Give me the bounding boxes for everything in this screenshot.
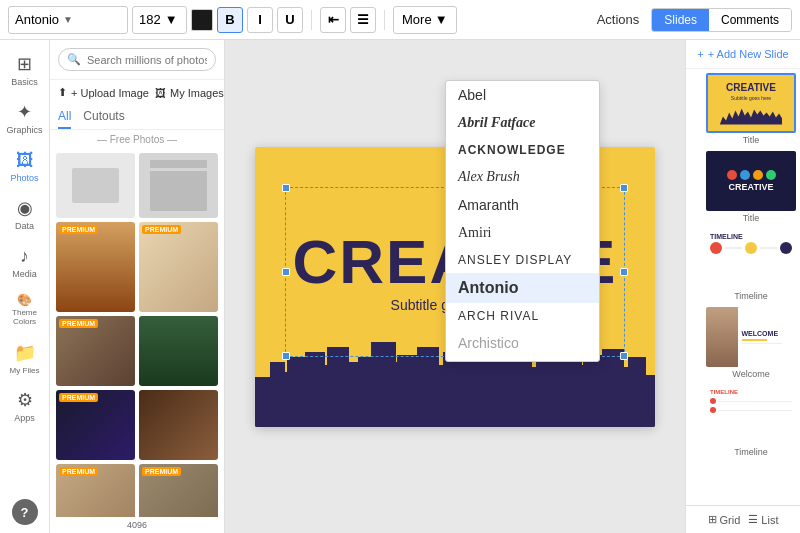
- font-selector[interactable]: Antonio ▼: [8, 6, 128, 34]
- slide-thumb-4[interactable]: WELCOME: [706, 307, 796, 367]
- main-layout: ⊞ Basics ✦ Graphics 🖼 Photos ◉ Data ♪ Me…: [0, 40, 800, 533]
- font-option-alexbrush[interactable]: Alex Brush: [446, 163, 599, 191]
- grid-label: Grid: [720, 514, 741, 526]
- slide-label-5: Timeline: [706, 447, 796, 457]
- photo-item[interactable]: [139, 390, 218, 460]
- align-list-button[interactable]: ☰: [350, 7, 376, 33]
- basics-icon: ⊞: [17, 53, 32, 75]
- help-button[interactable]: ?: [12, 499, 38, 525]
- font-option-antonio[interactable]: Antonio: [446, 273, 599, 303]
- slide-label-3: Timeline: [706, 291, 796, 301]
- font-option-amaranth[interactable]: Amaranth: [446, 191, 599, 219]
- list-view-button[interactable]: ☰ List: [748, 513, 778, 526]
- slide-2-creative: CREATIVE: [729, 182, 774, 192]
- photo-item[interactable]: PREMIUM: [56, 222, 135, 312]
- tab-cutouts[interactable]: Cutouts: [83, 105, 124, 129]
- handle-mid-right[interactable]: [620, 268, 628, 276]
- font-option-arial[interactable]: Arial: [446, 357, 599, 361]
- svg-rect-36: [255, 415, 655, 427]
- search-box[interactable]: 🔍: [58, 48, 216, 71]
- slide-item-3[interactable]: TIMELINE Timeline: [706, 229, 796, 301]
- photos-actions: ⬆ + Upload Image 🖼 My Images: [50, 80, 224, 105]
- font-option-acknowledge[interactable]: ACKNOWLEDGE: [446, 137, 599, 163]
- sidebar-item-basics[interactable]: ⊞ Basics: [3, 48, 47, 92]
- more-label: More: [402, 12, 432, 27]
- photo-item[interactable]: [139, 153, 218, 218]
- myimages-label: My Images: [170, 87, 224, 99]
- font-option-ansley[interactable]: ANSLEY DISPLAY: [446, 247, 599, 273]
- premium-badge: PREMIUM: [142, 225, 181, 234]
- premium-badge: PREMIUM: [142, 467, 181, 476]
- icon-sidebar: ⊞ Basics ✦ Graphics 🖼 Photos ◉ Data ♪ Me…: [0, 40, 50, 533]
- sidebar-item-apps[interactable]: ⚙ Apps: [3, 384, 47, 428]
- slide-thumb-1[interactable]: CREATIVE Subtitle goes here: [706, 73, 796, 133]
- font-option-amiri[interactable]: Amiri: [446, 219, 599, 247]
- slide-thumb-3[interactable]: TIMELINE: [706, 229, 796, 289]
- sidebar-item-media[interactable]: ♪ Media: [3, 240, 47, 284]
- slide-item-5-wrapper: 5 TIMELINE Timeline: [690, 385, 796, 457]
- search-input[interactable]: [87, 54, 207, 66]
- photo-item[interactable]: [56, 153, 135, 218]
- tab-all[interactable]: All: [58, 105, 71, 129]
- handle-bot-left[interactable]: [282, 352, 290, 360]
- font-option-arch[interactable]: ARCH RIVAL: [446, 303, 599, 329]
- slide-thumb-2[interactable]: CREATIVE: [706, 151, 796, 211]
- slide-1-city: [720, 105, 782, 125]
- list-label: List: [761, 514, 778, 526]
- sidebar-item-graphics[interactable]: ✦ Graphics: [3, 96, 47, 140]
- photo-item[interactable]: PREMIUM: [139, 222, 218, 312]
- slide-item-2[interactable]: CREATIVE Title: [706, 151, 796, 223]
- slide-item-1[interactable]: CREATIVE Subtitle goes here Title: [706, 73, 796, 145]
- slide-item-3-wrapper: 3 TIMELINE Timeline: [690, 229, 796, 301]
- slide-item-5[interactable]: TIMELINE Timeline: [706, 385, 796, 457]
- grid-view-button[interactable]: ⊞ Grid: [708, 513, 741, 526]
- photo-item[interactable]: PREMIUM: [56, 316, 135, 386]
- font-option-abel[interactable]: Abel: [446, 81, 599, 109]
- font-size-selector[interactable]: 182 ▼: [132, 6, 187, 34]
- photos-tabs: All Cutouts: [50, 105, 224, 130]
- align-left-button[interactable]: ⇤: [320, 7, 346, 33]
- upload-image-button[interactable]: ⬆ + Upload Image: [58, 86, 149, 99]
- tab-slides[interactable]: Slides: [652, 9, 709, 31]
- sidebar-item-files[interactable]: 📁 My Files: [3, 336, 47, 380]
- font-color-picker[interactable]: [191, 9, 213, 31]
- handle-mid-left[interactable]: [282, 268, 290, 276]
- sidebar-item-data[interactable]: ◉ Data: [3, 192, 47, 236]
- italic-button[interactable]: I: [247, 7, 273, 33]
- my-images-button[interactable]: 🖼 My Images: [155, 86, 224, 99]
- slide-label-2: Title: [706, 213, 796, 223]
- slide-item-4[interactable]: WELCOME Welcome: [706, 307, 796, 379]
- search-icon: 🔍: [67, 53, 81, 66]
- photo-item[interactable]: PREMIUM: [56, 464, 135, 517]
- underline-button[interactable]: U: [277, 7, 303, 33]
- add-slide-button[interactable]: + + Add New Slide: [686, 40, 800, 69]
- slide-1-subtitle: Subtitle goes here: [731, 95, 771, 101]
- premium-badge: PREMIUM: [59, 225, 98, 234]
- sidebar-item-photos[interactable]: 🖼 Photos: [3, 144, 47, 188]
- premium-badge: PREMIUM: [59, 393, 98, 402]
- photos-grid: PREMIUM PREMIUM PREMIUM PREMIUM PREMIUM …: [50, 149, 224, 517]
- photo-item[interactable]: [139, 316, 218, 386]
- slide-thumb-5[interactable]: TIMELINE: [706, 385, 796, 445]
- font-dropdown: Abel Abril Fatface ACKNOWLEDGE Alex Brus…: [445, 80, 600, 362]
- photo-item[interactable]: PREMIUM: [139, 464, 218, 517]
- slide-1-creative: CREATIVE: [726, 82, 776, 93]
- actions-button[interactable]: Actions: [589, 12, 648, 27]
- font-option-abril[interactable]: Abril Fatface: [446, 109, 599, 137]
- font-option-archistico[interactable]: Archistico: [446, 329, 599, 357]
- handle-top-right[interactable]: [620, 184, 628, 192]
- handle-bot-right[interactable]: [620, 352, 628, 360]
- more-button[interactable]: More ▼: [393, 6, 457, 34]
- photo-item[interactable]: PREMIUM: [56, 390, 135, 460]
- tab-comments[interactable]: Comments: [709, 9, 791, 31]
- font-name-label: Antonio: [15, 12, 59, 27]
- bold-button[interactable]: B: [217, 7, 243, 33]
- canvas-area[interactable]: ✥ CREATIVE Subtitle goes here ✥ Abe: [225, 40, 685, 533]
- toolbar-separator-2: [384, 10, 385, 30]
- free-photos-label: — Free Photos —: [50, 130, 224, 149]
- sidebar-item-theme[interactable]: 🎨 Theme Colors: [3, 288, 47, 332]
- handle-top-left[interactable]: [282, 184, 290, 192]
- files-icon: 📁: [14, 342, 36, 364]
- more-chevron-icon: ▼: [435, 12, 448, 27]
- graphics-icon: ✦: [17, 101, 32, 123]
